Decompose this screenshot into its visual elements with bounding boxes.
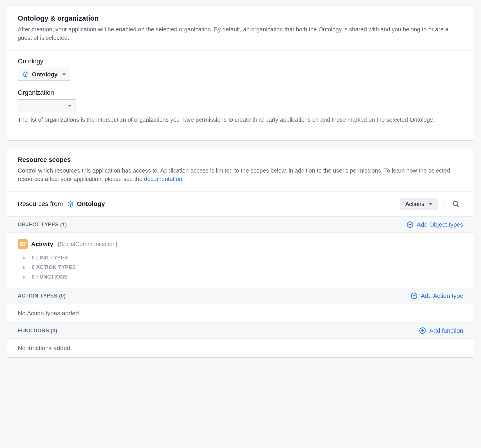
resources-bar-right: Actions — [400, 198, 474, 210]
link-types-expander[interactable]: 0 LINK TYPES — [23, 253, 463, 263]
chevron-down-icon — [68, 105, 72, 107]
resources-ontology-name: Ontology — [77, 200, 105, 208]
add-label: Add function — [429, 327, 463, 334]
svg-line-1 — [457, 205, 459, 207]
action-types-expander[interactable]: 0 ACTION TYPES — [23, 263, 463, 272]
caret-right-icon — [23, 266, 25, 269]
mail-icon — [18, 239, 28, 249]
panel-description: Control which resources this application… — [18, 166, 463, 183]
section-label: FUNCTIONS (0) — [18, 328, 57, 334]
add-object-types-button[interactable]: Add Object types — [406, 221, 463, 228]
plus-circle-icon — [410, 292, 418, 300]
add-label: Add Action type — [421, 292, 463, 299]
section-label: OBJECT TYPES (1) — [18, 222, 67, 228]
panel-body: Ontology Ontology Organization The list … — [7, 51, 474, 140]
add-function-button[interactable]: Add function — [419, 327, 463, 334]
action-types-empty: No Action types added. — [7, 304, 474, 322]
object-sub-list: 0 LINK TYPES 0 ACTION TYPES 0 FUNCTIONS — [18, 253, 463, 282]
organization-select[interactable] — [18, 99, 76, 112]
plus-circle-icon — [419, 327, 426, 334]
section-label: ACTION TYPES (0) — [18, 293, 66, 299]
plus-circle-icon — [406, 221, 414, 228]
functions-header: FUNCTIONS (0) Add function — [7, 322, 474, 339]
resources-from: Resources from Ontology — [18, 200, 400, 208]
organization-field: Organization The list of organizations i… — [18, 89, 463, 124]
actions-dropdown-label: Actions — [405, 201, 424, 207]
add-label: Add Object types — [417, 221, 463, 228]
description-text: Control which resources this application… — [18, 167, 450, 182]
ontology-select[interactable]: Ontology — [18, 68, 70, 81]
caret-right-icon — [23, 256, 25, 260]
search-button[interactable] — [443, 200, 468, 208]
cube-icon — [22, 71, 29, 78]
ontology-organization-panel: Ontology & organization After creation, … — [7, 7, 474, 141]
panel-title: Resource scopes — [18, 156, 463, 164]
resources-bar: Resources from Ontology Actions — [7, 191, 474, 216]
sub-item-label: 0 ACTION TYPES — [32, 264, 76, 270]
documentation-link[interactable]: documentation — [144, 176, 182, 182]
organization-help-text: The list of organizations is the interse… — [18, 116, 463, 124]
actions-dropdown[interactable]: Actions — [400, 198, 438, 210]
description-text-post: . — [182, 176, 184, 182]
resources-from-label: Resources from — [18, 200, 63, 208]
organization-field-label: Organization — [18, 89, 463, 96]
panel-header: Ontology & organization After creation, … — [7, 7, 474, 51]
action-types-header: ACTION TYPES (0) Add Action type — [7, 288, 474, 304]
object-types-header: OBJECT TYPES (1) Add Object types — [7, 216, 474, 233]
cube-icon — [67, 200, 74, 207]
functions-empty: No functions added. — [7, 339, 474, 357]
object-type-item: Activity [SocialCommunication] 0 LINK TY… — [7, 233, 474, 288]
sub-item-label: 0 LINK TYPES — [32, 255, 68, 261]
ontology-field: Ontology Ontology — [18, 58, 463, 81]
svg-point-0 — [453, 201, 457, 206]
ontology-select-value: Ontology — [32, 71, 58, 78]
functions-expander[interactable]: 0 FUNCTIONS — [23, 272, 463, 282]
search-icon — [452, 200, 460, 208]
panel-description: After creation, your application will be… — [18, 25, 463, 42]
caret-right-icon — [23, 275, 25, 279]
chevron-down-icon — [62, 74, 66, 76]
panel-title: Ontology & organization — [18, 14, 463, 22]
object-name: Activity — [31, 241, 53, 248]
ontology-field-label: Ontology — [18, 58, 463, 65]
add-action-type-button[interactable]: Add Action type — [410, 292, 463, 300]
resource-scopes-panel: Resource scopes Control which resources … — [7, 149, 474, 358]
sub-item-label: 0 FUNCTIONS — [32, 274, 67, 280]
panel-header: Resource scopes Control which resources … — [7, 149, 474, 191]
object-header: Activity [SocialCommunication] — [18, 239, 463, 249]
chevron-down-icon — [429, 203, 432, 205]
object-id: [SocialCommunication] — [58, 241, 117, 248]
